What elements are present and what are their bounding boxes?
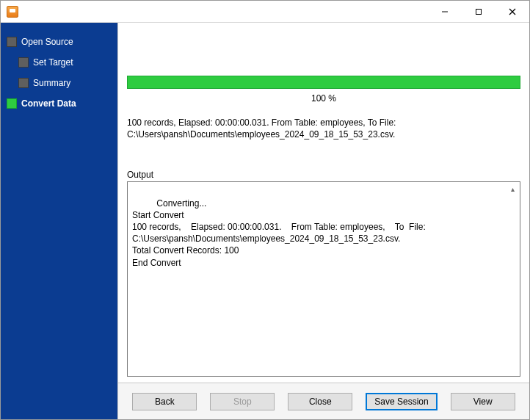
sidebar-item-summary[interactable]: Summary (1, 73, 117, 93)
close-icon (509, 8, 516, 15)
minimize-button[interactable] (428, 1, 462, 22)
scroll-up-icon[interactable]: ▴ (507, 184, 518, 195)
step-box-icon (18, 57, 29, 68)
app-window: Open Source Set Target Summary Convert D… (0, 0, 530, 420)
wizard-sidebar: Open Source Set Target Summary Convert D… (1, 23, 117, 419)
status-text: 100 records, Elapsed: 00:00:00.031. From… (127, 117, 520, 140)
maximize-button[interactable] (462, 1, 495, 22)
back-button[interactable]: Back (132, 393, 197, 410)
step-box-icon (7, 37, 17, 47)
main-panel: 100 % 100 records, Elapsed: 00:00:00.031… (117, 23, 529, 419)
app-icon (7, 6, 18, 18)
progress-bar (127, 76, 520, 89)
step-box-icon (18, 78, 29, 88)
progress-percent-text: 100 % (127, 93, 520, 104)
status-line-2: C:\Users\pansh\Documents\employees_2024_… (127, 128, 520, 140)
sidebar-item-open-source[interactable]: Open Source (1, 32, 117, 52)
titlebar (1, 1, 529, 23)
svg-rect-1 (476, 9, 482, 14)
view-button[interactable]: View (451, 393, 515, 410)
sidebar-item-set-target[interactable]: Set Target (1, 52, 117, 73)
output-content: Converting... Start Convert 100 records,… (132, 198, 428, 268)
button-row: Back Stop Close Save Session View (118, 383, 529, 419)
progress-area: 100 % (127, 76, 520, 104)
sidebar-item-label: Set Target (33, 57, 73, 68)
maximize-icon (475, 8, 482, 15)
step-box-icon (7, 98, 17, 109)
output-label: Output (127, 170, 520, 180)
sidebar-item-label: Open Source (21, 37, 73, 47)
output-textarea[interactable]: Converting... Start Convert 100 records,… (127, 181, 520, 377)
stop-button: Stop (210, 393, 275, 410)
save-session-button[interactable]: Save Session (366, 393, 437, 410)
close-window-button[interactable] (495, 1, 529, 22)
sidebar-item-label: Summary (33, 78, 70, 88)
sidebar-item-label: Convert Data (21, 98, 76, 109)
close-button[interactable]: Close (288, 393, 352, 410)
status-line-1: 100 records, Elapsed: 00:00:00.031. From… (127, 117, 520, 128)
body: Open Source Set Target Summary Convert D… (1, 23, 529, 419)
minimize-icon (441, 8, 449, 15)
sidebar-item-convert-data[interactable]: Convert Data (1, 93, 117, 114)
